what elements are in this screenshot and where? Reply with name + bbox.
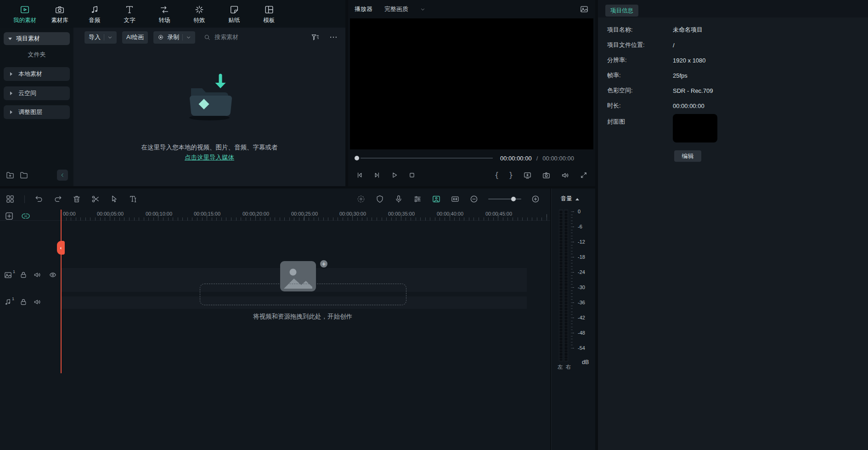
snapshot-camera-icon (542, 171, 551, 180)
volume-button[interactable] (561, 171, 569, 180)
nav-label: 特效 (194, 17, 205, 24)
add-media-badge[interactable]: + (319, 259, 329, 269)
zoom-out-button[interactable] (469, 194, 479, 204)
delete-folder-button[interactable] (19, 171, 28, 180)
cover-thumbnail[interactable] (673, 114, 717, 142)
filter-button[interactable] (310, 33, 320, 42)
sidebar-item-local-media[interactable]: 本地素材 (4, 67, 70, 81)
caret-right-icon (10, 110, 14, 114)
import-folder-illustration[interactable] (184, 73, 235, 121)
undo-button[interactable] (34, 194, 44, 204)
tab-project-info[interactable]: 项目信息 (605, 5, 638, 17)
quality-dropdown[interactable]: 完整画质 (384, 5, 425, 13)
my-media-icon (20, 5, 30, 15)
layout-grid-icon (6, 194, 15, 204)
import-button[interactable]: 导入 (85, 31, 117, 44)
voiceover-button[interactable] (394, 194, 403, 204)
next-frame-button[interactable] (373, 171, 381, 179)
tab-effects[interactable]: 特效 (182, 0, 217, 28)
scissors-icon (91, 194, 100, 204)
seek-handle[interactable] (355, 156, 359, 160)
sidebar-item-adjustment-layer[interactable]: 调整图层 (4, 105, 70, 119)
tab-transition[interactable]: 转场 (147, 0, 182, 28)
collapse-sidebar-button[interactable] (57, 170, 68, 181)
import-media-link[interactable]: 点击这里导入媒体 (185, 154, 234, 162)
add-track-icon (5, 211, 14, 221)
sidebar-item-project-media[interactable]: 项目素材 (4, 32, 70, 45)
info-row-colorspace: 色彩空间: SDR - Rec.709 (607, 86, 859, 95)
mark-in-button[interactable]: { (495, 171, 499, 179)
mute-audio-track-button[interactable] (33, 298, 41, 306)
ruler-minor-ticks (61, 217, 550, 221)
cursor-select-icon (110, 194, 119, 204)
top-nav: 我的素材 素材库 音频 文字 转场 特效 贴纸 模板 (0, 0, 345, 28)
zoom-slider[interactable] (488, 196, 521, 202)
playhead-handle[interactable]: ‹ (57, 241, 65, 255)
link-clips-button[interactable] (21, 211, 30, 221)
meter-scale-value: -36 (578, 300, 585, 305)
nav-label: 我的素材 (13, 17, 36, 24)
play-button[interactable] (390, 171, 399, 179)
tab-text[interactable]: 文字 (112, 0, 147, 28)
zoom-slider-knob[interactable] (511, 197, 516, 201)
media-drop-zone[interactable] (200, 284, 406, 305)
ai-paint-button[interactable]: AI绘画 (122, 31, 148, 44)
timeline-ruler[interactable]: 00:00 00:00:05:00 00:00:10:00 00:00:15:0… (0, 210, 550, 221)
tab-audio[interactable]: 音频 (77, 0, 112, 28)
tab-templates[interactable]: 模板 (252, 0, 287, 28)
render-preview-button[interactable] (356, 194, 366, 204)
select-tool-button[interactable] (110, 194, 119, 204)
eye-icon (49, 271, 57, 279)
chevron-left-icon (60, 172, 65, 178)
zoom-in-button[interactable] (531, 194, 540, 204)
player-progress: 00:00:00:00 / 00:00:00:00 (348, 154, 595, 162)
chevron-down-icon (420, 7, 425, 12)
zoom-slider-track (488, 199, 521, 199)
add-track-button[interactable] (5, 211, 14, 221)
lock-audio-track-button[interactable] (19, 298, 28, 306)
delete-button[interactable] (72, 194, 81, 204)
split-button[interactable] (91, 194, 100, 204)
seek-bar[interactable] (361, 158, 493, 159)
preview-frame-button[interactable] (580, 5, 589, 14)
tab-stickers[interactable]: 贴纸 (217, 0, 252, 28)
mask-button[interactable] (375, 194, 384, 204)
drop-hint-text: 将视频和资源拖拽到此处，开始创作 (199, 313, 406, 321)
prev-frame-button[interactable] (355, 171, 364, 179)
new-folder-button[interactable] (6, 171, 15, 180)
fullscreen-button[interactable] (580, 171, 588, 179)
audio-mixer-button[interactable] (413, 194, 422, 204)
info-row-name: 项目名称: 未命名项目 (607, 25, 859, 34)
stop-button[interactable] (408, 171, 416, 179)
tab-media-library[interactable]: 素材库 (42, 0, 77, 28)
quality-selected-label: 完整画质 (384, 5, 408, 13)
caret-right-icon (10, 91, 14, 95)
record-button[interactable]: 录制 (153, 31, 195, 44)
search-input[interactable]: 搜索素材 (203, 33, 238, 41)
stop-icon (408, 171, 416, 179)
lock-video-track-button[interactable] (19, 271, 28, 279)
video-preview (350, 18, 593, 149)
chroma-key-button[interactable] (432, 194, 441, 204)
more-options-button[interactable] (329, 33, 338, 42)
record-button-label: 录制 (167, 33, 179, 41)
redo-button[interactable] (53, 194, 62, 204)
meter-scale-value: -30 (578, 285, 585, 290)
divider (24, 195, 25, 203)
tab-my-media[interactable]: 我的素材 (7, 0, 42, 28)
mute-video-track-button[interactable] (33, 271, 41, 279)
track-layout-button[interactable] (6, 194, 15, 204)
snapshot-button[interactable] (542, 171, 551, 180)
range-marker-button[interactable] (451, 194, 460, 204)
volume-header-toggle[interactable]: 音量 (561, 195, 579, 203)
edit-cover-button[interactable]: 编辑 (674, 150, 701, 162)
info-value: 1920 x 1080 (673, 57, 706, 64)
info-label: 项目文件位置: (607, 41, 673, 49)
sidebar-item-cloud-space[interactable]: 云空间 (4, 86, 70, 100)
info-label: 分辨率: (607, 56, 673, 64)
display-mode-button[interactable] (523, 171, 532, 180)
text-tool-button[interactable] (129, 194, 138, 204)
mark-out-button[interactable]: } (509, 171, 513, 179)
player-header: 播放器 完整画质 (348, 0, 595, 18)
hide-video-track-button[interactable] (49, 271, 57, 279)
